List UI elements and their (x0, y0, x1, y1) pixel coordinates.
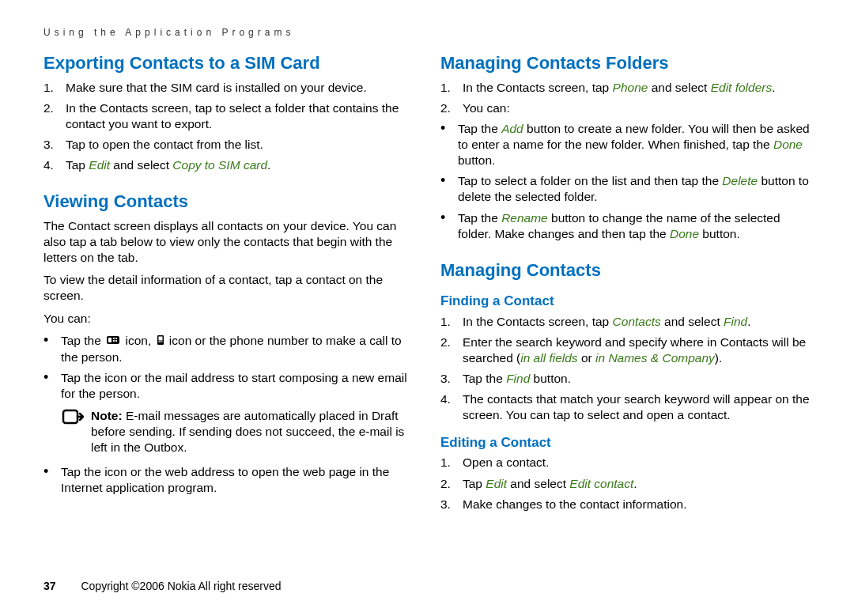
right-column: Managing Contacts Folders 1. In the Cont… (440, 52, 814, 517)
folders-bullet-add: Tap the Add button to create a new folde… (458, 121, 814, 168)
heading-finding: Finding a Contact (440, 293, 814, 310)
folders-bullets: Tap the Add button to create a new folde… (440, 121, 814, 242)
editing-step-1: Open a contact. (463, 455, 814, 471)
editing-steps: 1.Open a contact. 2. Tap Edit and select… (440, 455, 814, 512)
svg-rect-7 (158, 336, 162, 340)
viewing-bullet-web: Tap the icon or the web address to open … (61, 464, 417, 496)
folders-bullet-delete: Tap to select a folder on the list and t… (458, 173, 814, 205)
svg-rect-11 (63, 410, 77, 423)
note-block: Note: E-mail messages are automatically … (61, 408, 417, 455)
heading-viewing: Viewing Contacts (43, 191, 417, 214)
viewing-bullets-1: Tap the icon, icon or the phone number t… (43, 333, 417, 402)
copyright-text: Copyright ©2006 Nokia All right reserved (81, 580, 281, 592)
heading-folders: Managing Contacts Folders (440, 52, 814, 75)
folders-step-1: In the Contacts screen, tap Phone and se… (463, 80, 814, 96)
finding-steps: 1. In the Contacts screen, tap Contacts … (440, 314, 814, 424)
folders-step-2: You can: (463, 100, 814, 116)
export-step-3: Tap to open the contact from the list. (66, 137, 417, 153)
mobile-icon (157, 334, 164, 350)
folders-bullet-rename: Tap the Rename button to change the name… (458, 210, 814, 242)
finding-step-2: Enter the search keyword and specify whe… (463, 334, 814, 366)
svg-rect-4 (113, 340, 115, 342)
viewing-para-1: The Contact screen displays all contacts… (43, 218, 417, 266)
heading-editing: Editing a Contact (440, 434, 814, 452)
left-column: Exporting Contacts to a SIM Card 1.Make … (43, 52, 417, 517)
viewing-para-3: You can: (43, 311, 417, 327)
page-footer: 37 Copyright ©2006 Nokia All right reser… (43, 580, 282, 592)
page-number: 37 (43, 580, 56, 592)
note-label: Note: (91, 409, 123, 422)
note-icon (61, 408, 85, 455)
finding-step-1: In the Contacts screen, tap Contacts and… (463, 314, 814, 330)
finding-step-4: The contacts that match your search keyw… (463, 391, 814, 423)
editing-step-3: Make changes to the contact information. (463, 497, 814, 512)
running-header: Using the Application Programs (43, 27, 814, 38)
heading-exporting: Exporting Contacts to a SIM Card (43, 52, 417, 75)
svg-rect-10 (161, 341, 162, 342)
svg-rect-8 (158, 341, 160, 342)
phone-icon (106, 334, 120, 350)
heading-managing: Managing Contacts (440, 259, 814, 282)
svg-rect-3 (115, 338, 117, 339)
export-step-2: In the Contacts screen, tap to select a … (66, 100, 417, 132)
editing-step-2: Tap Edit and select Edit contact. (463, 476, 814, 492)
folders-steps: 1. In the Contacts screen, tap Phone and… (440, 80, 814, 116)
viewing-para-2: To view the detail information of a cont… (43, 272, 417, 304)
viewing-bullet-mail: Tap the icon or the mail address to star… (61, 370, 417, 402)
finding-step-3: Tap the Find button. (463, 371, 814, 387)
svg-rect-9 (160, 341, 161, 342)
note-text: E-mail messages are automatically placed… (91, 409, 404, 454)
svg-rect-1 (108, 338, 111, 342)
export-step-1: Make sure that the SIM card is installed… (66, 80, 417, 96)
viewing-bullets-2: Tap the icon or the web address to open … (43, 464, 417, 496)
export-step-4: Tap Edit and select Copy to SIM card. (66, 157, 417, 173)
svg-rect-2 (113, 338, 115, 339)
viewing-bullet-phone: Tap the icon, icon or the phone number t… (61, 333, 417, 365)
svg-rect-5 (115, 340, 117, 342)
export-steps: 1.Make sure that the SIM card is install… (43, 80, 417, 174)
